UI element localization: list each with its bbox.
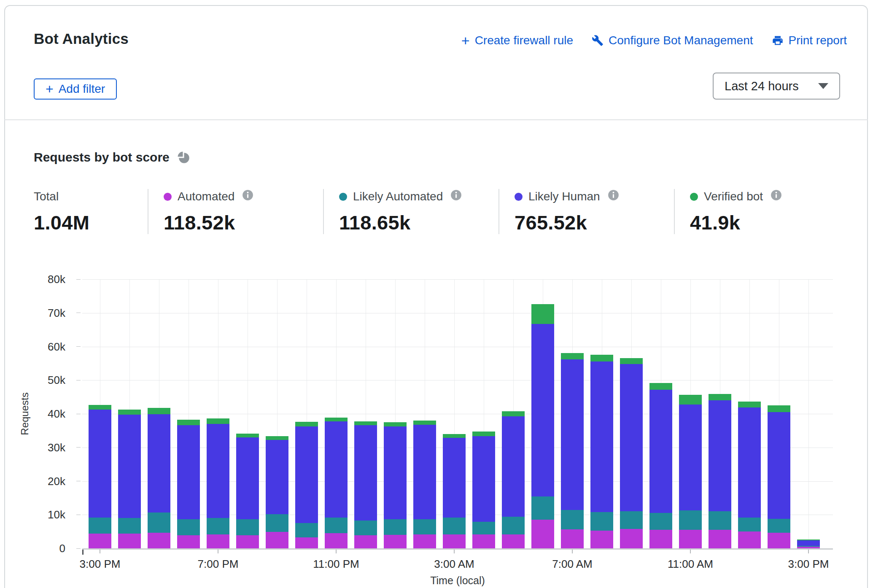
bar-segment-automated xyxy=(325,533,348,548)
x-axis-tick xyxy=(336,550,337,553)
stacked-bar-1100am[interactable] xyxy=(679,395,702,548)
wrench-icon xyxy=(592,35,604,46)
stacked-bar-800pm[interactable] xyxy=(236,434,259,548)
stacked-bar-500am[interactable] xyxy=(502,411,525,548)
bar-segment-automated xyxy=(236,535,259,548)
add-filter-button[interactable]: + Add filter xyxy=(34,78,117,100)
stacked-bar-1200am[interactable] xyxy=(354,421,377,548)
stacked-bar-400pm[interactable] xyxy=(118,410,141,548)
x-axis-tick-label: 11:00 PM xyxy=(302,558,370,571)
configure-bot-management-label: Configure Bot Management xyxy=(609,34,753,47)
bar-segment-verified-bot xyxy=(679,395,702,405)
x-axis-tick-label: 11:00 AM xyxy=(657,558,724,571)
stat-likely-automated-value: 118.65k xyxy=(339,211,498,234)
bar-segment-likely-automated xyxy=(295,523,318,537)
bar-segment-likely-automated xyxy=(384,519,407,535)
info-icon[interactable] xyxy=(771,189,782,204)
stat-likely-automated-label: Likely Automated xyxy=(353,190,443,203)
stacked-bar-600pm[interactable] xyxy=(177,420,200,548)
stacked-bar-1000am[interactable] xyxy=(649,383,672,548)
bar-segment-automated xyxy=(148,533,170,548)
y-axis-tick-label: 70k xyxy=(15,307,65,320)
bar-segment-verified-bot xyxy=(207,418,229,424)
bar-segment-likely-automated xyxy=(620,511,643,529)
y-axis-tick xyxy=(76,481,81,481)
stacked-bar-100pm[interactable] xyxy=(738,402,761,548)
bar-segment-likely-automated xyxy=(649,513,672,530)
create-firewall-rule-label: Create firewall rule xyxy=(475,34,573,47)
stacked-bar-1000pm[interactable] xyxy=(295,422,318,548)
stacked-bar-300am[interactable] xyxy=(443,434,466,548)
y-axis-tick-label: 10k xyxy=(15,508,65,521)
plus-icon: + xyxy=(46,83,54,95)
stacked-bar-1100pm[interactable] xyxy=(325,418,348,548)
time-range-select[interactable]: Last 24 hours xyxy=(713,73,840,100)
bar-segment-automated xyxy=(354,535,377,548)
bar-segment-automated xyxy=(266,532,288,548)
bar-segment-likely-human xyxy=(266,440,288,514)
create-firewall-rule-link[interactable]: + Create firewall rule xyxy=(461,34,573,47)
bar-segment-automated xyxy=(472,534,495,548)
x-axis-title: Time (local) xyxy=(430,575,485,587)
y-axis-tick-label: 50k xyxy=(15,374,65,387)
time-range-value: Last 24 hours xyxy=(725,79,799,93)
bar-segment-likely-human xyxy=(797,540,820,546)
stacked-bar-300pm[interactable] xyxy=(89,405,111,548)
y-axis-tick xyxy=(76,515,81,515)
bar-segment-likely-automated xyxy=(413,519,436,535)
x-axis-tick xyxy=(100,550,100,553)
stacked-bar-200pm[interactable] xyxy=(768,405,790,548)
stacked-bar-700am[interactable] xyxy=(561,353,584,548)
y-axis-tick-label: 0 xyxy=(15,542,65,555)
y-axis-tick-label: 20k xyxy=(15,475,65,488)
bar-segment-likely-automated xyxy=(177,519,200,535)
y-axis-tick-label: 30k xyxy=(15,441,65,454)
bar-segment-likely-human xyxy=(590,361,613,512)
stat-likely-automated: Likely Automated 118.65k xyxy=(323,189,498,234)
bar-segment-automated xyxy=(443,534,466,548)
configure-bot-management-link[interactable]: Configure Bot Management xyxy=(592,34,753,47)
info-icon[interactable] xyxy=(450,189,462,204)
verified-bot-dot-icon xyxy=(690,193,698,201)
bar-segment-likely-human xyxy=(325,421,348,517)
bar-segment-automated xyxy=(590,531,613,548)
info-icon[interactable] xyxy=(242,189,253,204)
stacked-bar-1200pm[interactable] xyxy=(709,394,731,548)
bar-segment-verified-bot xyxy=(531,304,554,324)
stacked-bar-700pm[interactable] xyxy=(207,418,229,548)
stacked-bar-800am[interactable] xyxy=(590,355,613,548)
print-report-link[interactable]: Print report xyxy=(772,34,847,47)
y-axis-tick xyxy=(76,346,81,347)
bar-segment-verified-bot xyxy=(89,405,111,409)
stacked-bar-400am[interactable] xyxy=(472,432,495,549)
x-axis-tick xyxy=(454,550,455,553)
bar-segment-likely-human xyxy=(472,436,495,522)
bar-segment-automated xyxy=(177,535,200,548)
bar-segment-likely-automated xyxy=(148,512,170,533)
bar-segment-verified-bot xyxy=(413,421,436,425)
stat-automated: Automated 118.52k xyxy=(148,189,323,234)
stacked-bar-900pm[interactable] xyxy=(266,436,288,548)
stacked-bar-500pm[interactable] xyxy=(148,408,170,548)
bot-analytics-page: Bot Analytics + Create firewall rule Con… xyxy=(0,0,873,588)
bar-segment-verified-bot xyxy=(118,410,141,415)
stacked-bar-200am[interactable] xyxy=(413,421,436,548)
stacked-bar-100am[interactable] xyxy=(384,422,407,548)
y-axis-tick xyxy=(76,548,81,549)
stacked-bar-900am[interactable] xyxy=(620,358,643,548)
stat-likely-human: Likely Human 765.52k xyxy=(498,189,674,234)
bar-segment-automated xyxy=(649,530,672,548)
bar-segment-automated xyxy=(413,534,436,548)
bar-segment-verified-bot xyxy=(738,402,761,407)
bar-segment-likely-automated xyxy=(325,518,348,533)
bar-segment-likely-automated xyxy=(738,518,761,531)
automated-dot-icon xyxy=(164,193,172,201)
info-icon[interactable] xyxy=(608,189,619,204)
bar-segment-automated xyxy=(502,534,525,548)
stacked-bar-600am[interactable] xyxy=(531,304,554,548)
stacked-bar-300pm[interactable] xyxy=(797,539,820,548)
stat-likely-human-value: 765.52k xyxy=(515,211,674,234)
bar-segment-verified-bot xyxy=(325,418,348,422)
y-axis-tick-label: 80k xyxy=(15,273,65,286)
bar-segment-verified-bot xyxy=(620,358,643,364)
